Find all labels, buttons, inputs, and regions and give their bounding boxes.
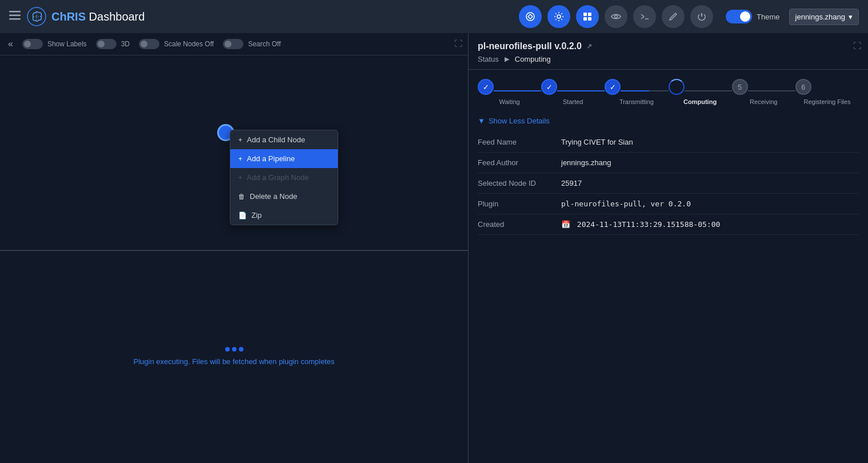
feed-author-row: Feed Author jennings.zhang bbox=[478, 153, 859, 173]
plugin-title: pl-neurofiles-pull v.0.2.0 ↗ bbox=[478, 41, 859, 51]
plugin-row: Plugin pl-neurofiles-pull, ver 0.2.0 bbox=[478, 194, 859, 214]
username-label: jennings.zhang bbox=[795, 13, 845, 21]
status-value: Computing bbox=[515, 55, 551, 63]
eye-nav-button[interactable] bbox=[605, 5, 627, 28]
step-receiving-circle: 5 bbox=[732, 79, 748, 95]
hamburger-menu[interactable] bbox=[9, 11, 21, 22]
add-pipeline-label: Add a Pipeline bbox=[247, 154, 295, 163]
svg-rect-0 bbox=[9, 11, 21, 13]
theme-toggle[interactable] bbox=[726, 10, 752, 23]
user-dropdown[interactable]: jennings.zhang ▾ bbox=[789, 9, 859, 25]
add-graph-icon: + bbox=[238, 174, 242, 182]
3d-toggle[interactable] bbox=[96, 39, 117, 49]
created-key: Created bbox=[478, 220, 552, 229]
graph-toolbar: « Show Labels 3D Scale Nodes Off Search … bbox=[0, 33, 468, 55]
step-line-1 bbox=[494, 90, 541, 91]
theme-label: Theme bbox=[757, 13, 779, 21]
step-transmitting: ✓ Transmitting bbox=[605, 79, 668, 105]
collapse-sidebar-button[interactable]: « bbox=[8, 39, 13, 49]
app-logo: ChRIS Dashboard bbox=[26, 6, 145, 27]
step-line-2 bbox=[557, 90, 605, 91]
step-computing-label: Computing bbox=[683, 98, 717, 105]
spinner-dot-3 bbox=[239, 347, 243, 352]
search-toggle[interactable] bbox=[223, 39, 243, 49]
svg-rect-8 bbox=[583, 17, 587, 21]
plugin-nav-button[interactable] bbox=[519, 5, 542, 28]
show-less-details-row[interactable]: ▼ Show Less Details bbox=[469, 114, 868, 132]
step-registering-circle: 6 bbox=[795, 79, 811, 95]
plugin-header: pl-neurofiles-pull v.0.2.0 ↗ Status ▶ Co… bbox=[469, 33, 868, 70]
show-labels-toggle[interactable] bbox=[22, 39, 43, 49]
external-link-icon[interactable]: ↗ bbox=[586, 42, 592, 50]
step-line-5 bbox=[748, 90, 795, 91]
svg-rect-2 bbox=[9, 18, 21, 20]
selected-node-id-key: Selected Node ID bbox=[478, 179, 552, 187]
search-label: Search Off bbox=[248, 40, 281, 48]
show-labels-toggle-row: Show Labels bbox=[22, 39, 87, 49]
add-child-node-item[interactable]: + Add a Child Node bbox=[230, 130, 338, 149]
add-graph-node-item: + Add a Graph Node bbox=[230, 168, 338, 187]
bottom-section: Plugin executing. Files will be fetched … bbox=[0, 250, 468, 462]
created-value: 📅 2024-11-13T11:33:29.151588-05:00 bbox=[561, 220, 720, 229]
step-receiving-label: Receiving bbox=[750, 98, 777, 105]
step-started: ✓ Started bbox=[541, 79, 605, 105]
step-receiving: 5 Receiving bbox=[732, 79, 795, 105]
step-waiting-circle: ✓ bbox=[478, 79, 494, 95]
details-table: Feed Name Trying CIVET for Sian Feed Aut… bbox=[469, 132, 868, 235]
add-pipeline-icon: + bbox=[238, 155, 242, 163]
step-transmitting-label: Transmitting bbox=[619, 98, 654, 105]
plugin-value: pl-neurofiles-pull, ver 0.2.0 bbox=[561, 199, 691, 208]
delete-node-item[interactable]: 🗑 Delete a Node bbox=[230, 187, 338, 206]
step-started-circle: ✓ bbox=[541, 79, 557, 95]
edit-nav-button[interactable] bbox=[662, 5, 685, 28]
scale-nodes-toggle-row: Scale Nodes Off bbox=[139, 39, 214, 49]
left-panel: « Show Labels 3D Scale Nodes Off Search … bbox=[0, 33, 468, 463]
terminal-nav-button[interactable] bbox=[633, 5, 656, 28]
step-line-4 bbox=[685, 90, 732, 91]
step-waiting-label: Waiting bbox=[499, 98, 519, 105]
selected-node-id-value: 25917 bbox=[561, 179, 582, 187]
step-computing-spinner bbox=[669, 79, 685, 95]
settings-nav-button[interactable] bbox=[547, 5, 570, 28]
app-name-dashboard: Dashboard bbox=[89, 10, 145, 23]
status-row: Status ▶ Computing bbox=[478, 55, 859, 63]
graph-area: + Add a Child Node + Add a Pipeline + Ad… bbox=[0, 55, 468, 250]
add-pipeline-item[interactable]: + Add a Pipeline bbox=[230, 149, 338, 168]
plugin-title-text: pl-neurofiles-pull v.0.2.0 bbox=[478, 41, 582, 51]
expand-graph-button[interactable]: ⛶ bbox=[454, 39, 462, 48]
step-registering-label: Registering Files bbox=[803, 98, 850, 105]
calendar-icon: 📅 bbox=[561, 220, 570, 229]
feed-author-value: jennings.zhang bbox=[561, 158, 611, 167]
zip-icon: 📄 bbox=[238, 211, 247, 219]
delete-icon: 🗑 bbox=[238, 193, 245, 201]
spinner-dot-1 bbox=[225, 347, 230, 352]
selected-node-id-row: Selected Node ID 25917 bbox=[478, 173, 859, 194]
svg-point-10 bbox=[615, 15, 618, 18]
svg-rect-1 bbox=[9, 15, 21, 17]
3d-label: 3D bbox=[121, 40, 130, 48]
status-arrow-icon: ▶ bbox=[505, 55, 509, 63]
svg-rect-9 bbox=[588, 17, 591, 21]
topnav: ChRIS Dashboard bbox=[0, 0, 868, 33]
scale-nodes-toggle[interactable] bbox=[139, 39, 159, 49]
theme-toggle-area: Theme bbox=[726, 10, 779, 23]
brain-icon bbox=[26, 6, 47, 27]
feed-name-key: Feed Name bbox=[478, 138, 552, 146]
grid-nav-button[interactable] bbox=[576, 5, 599, 28]
step-line-3 bbox=[621, 90, 668, 91]
expand-right-panel-button[interactable]: ⛶ bbox=[853, 41, 861, 50]
add-child-icon: + bbox=[238, 136, 242, 144]
step-registering: 6 Registering Files bbox=[795, 79, 859, 105]
feed-name-value: Trying CIVET for Sian bbox=[561, 138, 633, 146]
step-started-label: Started bbox=[563, 98, 583, 105]
search-toggle-row: Search Off bbox=[223, 39, 281, 49]
executing-text: Plugin executing. Files will be fetched … bbox=[134, 357, 335, 366]
dropdown-arrow-icon: ▾ bbox=[849, 13, 853, 21]
created-row: Created 📅 2024-11-13T11:33:29.151588-05:… bbox=[478, 214, 859, 235]
svg-point-5 bbox=[557, 15, 561, 18]
main-content: « Show Labels 3D Scale Nodes Off Search … bbox=[0, 33, 868, 463]
progress-stepper: ✓ Waiting ✓ Started ✓ Transmitting bbox=[469, 70, 868, 114]
zip-item[interactable]: 📄 Zip bbox=[230, 206, 338, 225]
3d-toggle-row: 3D bbox=[96, 39, 130, 49]
power-nav-button[interactable] bbox=[690, 5, 713, 28]
